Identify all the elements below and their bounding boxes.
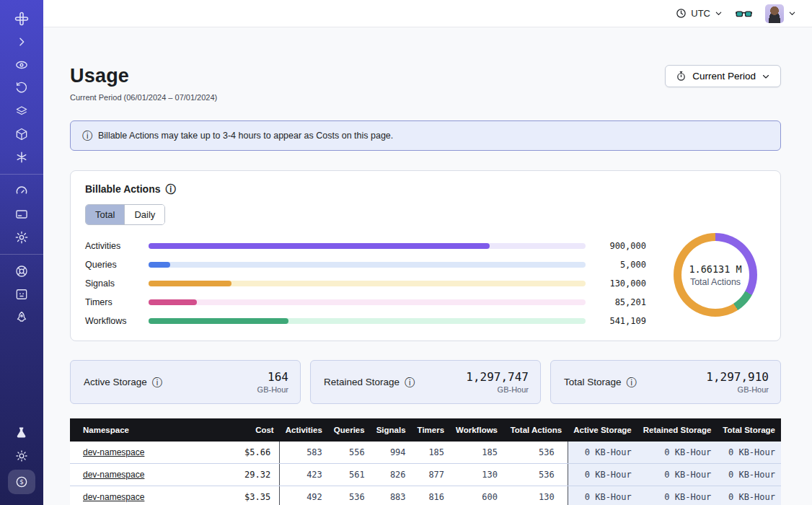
bar-fill: [149, 262, 170, 268]
user-menu[interactable]: [765, 4, 796, 23]
bar-track: [149, 262, 586, 268]
timezone-label: UTC: [691, 8, 710, 19]
billable-actions-card: Billable Actions ⓘ Total Daily Activitie…: [70, 170, 781, 341]
asterisk-icon[interactable]: [8, 147, 35, 167]
activities-cell: 423: [280, 464, 328, 486]
namespace-link[interactable]: dev-namespace: [83, 470, 144, 480]
total-actions-cell: 130: [503, 486, 568, 505]
billable-view-tabs: Total Daily: [85, 204, 165, 225]
storage-summary-row: Active Storageⓘ 164GB-Hour Retained Stor…: [70, 360, 781, 404]
content-area: Usage Current Period (06/01/2024 – 07/01…: [43, 27, 812, 505]
retained-storage-card: Retained Storageⓘ 1,297,747GB-Hour: [310, 360, 541, 404]
active-storage-cell: 0 KB-Hour: [568, 442, 637, 464]
bar-row-timers: Timers 85,201: [85, 293, 646, 312]
timezone-selector[interactable]: UTC: [676, 8, 723, 19]
tab-daily[interactable]: Daily: [124, 205, 164, 224]
namespace-link[interactable]: dev-namespace: [83, 492, 144, 502]
signals-cell: 826: [371, 464, 412, 486]
namespace-link[interactable]: dev-namespace: [83, 447, 144, 457]
col-total-storage: Total Storage: [717, 418, 781, 442]
storage-value: 1,297,747: [466, 370, 529, 384]
tab-total[interactable]: Total: [86, 205, 124, 224]
clock-icon: [676, 8, 687, 19]
donut-caption: Total Actions: [690, 277, 741, 287]
total-storage-card: Total Storageⓘ 1,297,910GB-Hour: [550, 360, 781, 404]
chevron-down-icon: [788, 9, 796, 17]
stopwatch-icon: [676, 71, 687, 82]
info-icon[interactable]: ⓘ: [152, 377, 162, 387]
storage-label: Active Storage: [84, 377, 147, 387]
retained-storage-cell: 0 KB-Hour: [637, 486, 718, 505]
sidebar-divider: [0, 174, 43, 175]
info-icon[interactable]: ⓘ: [166, 184, 176, 194]
col-workflows: Workflows: [450, 418, 503, 442]
active-storage-cell: 0 KB-Hour: [568, 464, 637, 486]
bar-label: Queries: [85, 260, 149, 270]
queries-cell: 536: [328, 486, 371, 505]
gauge-icon[interactable]: [8, 181, 35, 201]
banner-text: Billable Actions may take up to 3-4 hour…: [98, 131, 393, 141]
bar-value: 130,000: [599, 278, 646, 289]
timers-cell: 185: [412, 442, 451, 464]
col-cost: Cost: [222, 418, 279, 442]
bar-row-workflows: Workflows 541,109: [85, 312, 646, 330]
gear-icon[interactable]: [8, 227, 35, 247]
info-banner: ⓘ Billable Actions may take up to 3-4 ho…: [70, 120, 781, 151]
card-icon[interactable]: [8, 204, 35, 224]
namespace-usage-table: Namespace Cost Activities Queries Signal…: [70, 418, 781, 505]
signals-cell: 994: [371, 442, 412, 464]
storage-label: Retained Storage: [324, 377, 400, 387]
flask-icon[interactable]: [8, 423, 35, 443]
billable-bar-chart: Activities 900,000 Queries 5,000 Signals…: [85, 237, 646, 330]
page-title: Usage: [70, 65, 217, 87]
topbar: UTC: [43, 0, 812, 27]
lifebuoy-icon[interactable]: [8, 261, 35, 281]
eye-icon[interactable]: [8, 55, 35, 75]
active-storage-cell: 0 KB-Hour: [568, 486, 637, 505]
expand-sidebar-chevron-icon[interactable]: [8, 32, 35, 52]
bar-label: Timers: [85, 297, 149, 307]
table-row: dev-namespace $3.35 492 536 883 816 600 …: [70, 486, 781, 505]
col-activities: Activities: [280, 418, 328, 442]
chevron-down-icon: [762, 72, 770, 81]
cost-cell: $3.35: [222, 486, 279, 505]
activities-cell: 583: [280, 442, 328, 464]
info-icon[interactable]: ⓘ: [405, 377, 415, 387]
cost-cell: $5.66: [222, 442, 279, 464]
col-queries: Queries: [328, 418, 371, 442]
bar-track: [149, 281, 586, 286]
rocket-icon[interactable]: [8, 307, 35, 328]
signals-cell: 883: [371, 486, 412, 505]
temporal-logo-icon[interactable]: [8, 9, 35, 29]
bar-value: 900,000: [599, 241, 646, 251]
sun-icon[interactable]: [8, 446, 35, 466]
activities-cell: 492: [280, 486, 328, 505]
total-storage-cell: 0 KB-Hour: [717, 442, 781, 464]
glasses-icon[interactable]: [736, 7, 752, 20]
tablet-icon[interactable]: [8, 284, 35, 304]
bar-row-activities: Activities 900,000: [85, 237, 646, 255]
layers-icon[interactable]: [8, 101, 35, 121]
bar-label: Signals: [85, 278, 149, 289]
retained-storage-cell: 0 KB-Hour: [637, 442, 718, 464]
col-active-storage: Active Storage: [568, 418, 637, 442]
queries-cell: 561: [328, 464, 371, 486]
storage-value: 1,297,910: [706, 370, 769, 384]
cube-icon[interactable]: [8, 124, 35, 144]
svg-text:$: $: [19, 478, 24, 486]
bar-track: [149, 318, 586, 324]
bar-value: 541,109: [599, 316, 646, 326]
bar-fill: [149, 281, 231, 286]
col-total-actions: Total Actions: [503, 418, 568, 442]
timers-cell: 816: [412, 486, 451, 505]
dollar-usage-active-item[interactable]: $: [8, 470, 35, 494]
workflows-cell: 600: [450, 486, 503, 505]
info-icon[interactable]: ⓘ: [627, 377, 637, 387]
workflows-cell: 185: [450, 442, 503, 464]
current-period-button[interactable]: Current Period: [665, 65, 781, 87]
cost-cell: 29.32: [222, 464, 279, 486]
history-icon[interactable]: [8, 78, 35, 98]
col-namespace: Namespace: [70, 418, 222, 442]
col-timers: Timers: [412, 418, 451, 442]
total-actions-cell: 536: [503, 442, 568, 464]
